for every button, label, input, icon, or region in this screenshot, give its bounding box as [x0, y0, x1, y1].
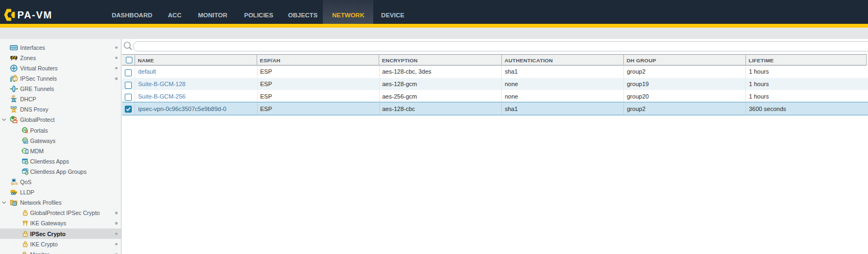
svg-text:QoS: QoS — [11, 181, 18, 185]
svg-text:IP: IP — [12, 95, 16, 99]
svg-text:DNS: DNS — [10, 106, 17, 109]
